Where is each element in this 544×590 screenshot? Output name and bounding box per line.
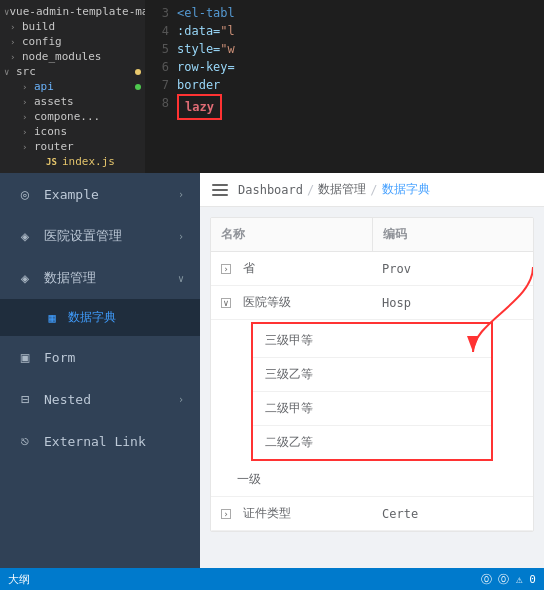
- th-name: 名称: [211, 218, 373, 251]
- tree-root-label: vue-admin-template-master: [9, 5, 145, 18]
- code-value: "l: [220, 24, 234, 38]
- tree-arrow: ∨: [4, 67, 16, 77]
- data-mgmt-icon: ◈: [16, 269, 34, 287]
- breadcrumb-data-mgmt[interactable]: 数据管理: [318, 181, 366, 198]
- tree-label: build: [22, 20, 55, 33]
- table-area: 名称 编码 › 省 Prov: [200, 207, 544, 590]
- menu-toggle-icon[interactable]: [212, 184, 228, 196]
- table-row: ∨ 医院等级 Hosp: [211, 286, 533, 320]
- sidebar-subitem-label: 数据字典: [68, 309, 116, 326]
- tree-item-config[interactable]: › config: [0, 34, 145, 49]
- expand-arrow-icon: ∨: [221, 298, 231, 308]
- tree-label: assets: [34, 95, 74, 108]
- data-table: 名称 编码 › 省 Prov: [210, 217, 534, 532]
- expand-arrow-icon: ›: [221, 509, 231, 519]
- breadcrumb-sep: /: [370, 183, 377, 197]
- code-value: "w: [220, 42, 234, 56]
- code-line: :data="l: [177, 22, 544, 40]
- tree-label: router: [34, 140, 74, 153]
- tree-arrow: ›: [22, 112, 34, 122]
- line-numbers: 3 4 5 6 7 8: [145, 0, 173, 173]
- code-line: border: [177, 76, 544, 94]
- tree-label: index.js: [62, 155, 115, 168]
- tree-label: icons: [34, 125, 67, 138]
- sidebar-item-label: Form: [44, 350, 184, 365]
- th-code: 编码: [373, 218, 534, 251]
- expand-button[interactable]: ›: [221, 509, 236, 519]
- tree-item-node-modules[interactable]: › node_modules: [0, 49, 145, 64]
- code-content: <el-tabl :data="l style="w row-key= bord…: [173, 0, 544, 173]
- sub-row: 二级乙等: [253, 426, 491, 459]
- sub-row: 二级甲等: [253, 392, 491, 426]
- tree-item-router[interactable]: › router: [0, 139, 145, 154]
- code-line: row-key=: [177, 58, 544, 76]
- sidebar-item-label: Nested: [44, 392, 178, 407]
- tree-arrow: ›: [22, 97, 34, 107]
- sidebar-item-label: 数据管理: [44, 269, 178, 287]
- tree-item-api[interactable]: › api: [0, 79, 145, 94]
- sidebar-item-data-dict[interactable]: ▦ 数据字典: [0, 299, 200, 336]
- expand-arrow-icon: ›: [221, 264, 231, 274]
- breadcrumb-dashboard[interactable]: Dashboard: [238, 183, 303, 197]
- td-name: › 证件类型: [211, 497, 372, 530]
- tree-arrow: ›: [10, 52, 22, 62]
- tree-item-build[interactable]: › build: [0, 19, 145, 34]
- td-code: Hosp: [372, 288, 533, 318]
- dot-indicator: [135, 84, 141, 90]
- td-code: Certe: [372, 499, 533, 529]
- chevron-down-icon: ∨: [178, 273, 184, 284]
- menu-line: [212, 184, 228, 186]
- code-line: <el-tabl: [177, 4, 544, 22]
- sidebar-item-nested[interactable]: ⊟ Nested ›: [0, 378, 200, 420]
- breadcrumb-data-dict: 数据字典: [382, 181, 430, 198]
- tree-label: node_modules: [22, 50, 101, 63]
- code-line: lazy: [177, 94, 544, 120]
- external-link-icon: ⎋: [16, 432, 34, 450]
- sidebar-nav: ◎ Example › ◈ 医院设置管理 › ◈ 数据管理 ∨ ▦ 数据字典 ▣…: [0, 173, 200, 590]
- code-attr: :data=: [177, 24, 220, 38]
- table-row: › 证件类型 Certe: [211, 497, 533, 531]
- tree-label: src: [16, 65, 36, 78]
- tree-item-indexjs[interactable]: JS index.js: [0, 154, 145, 169]
- table-header: 名称 编码: [211, 218, 533, 252]
- sidebar-item-form[interactable]: ▣ Form: [0, 336, 200, 378]
- tree-label: config: [22, 35, 62, 48]
- sidebar-item-external-link[interactable]: ⎋ External Link: [0, 420, 200, 462]
- chevron-right-icon: ›: [178, 231, 184, 242]
- expand-button[interactable]: ∨: [221, 298, 236, 308]
- chevron-right-icon: ›: [178, 189, 184, 200]
- sidebar-item-label: External Link: [44, 434, 184, 449]
- sidebar-item-example[interactable]: ◎ Example ›: [0, 173, 200, 215]
- row-name: 证件类型: [243, 506, 291, 520]
- td-code: [372, 472, 533, 488]
- tree-label: api: [34, 80, 54, 93]
- sidebar-item-data-mgmt[interactable]: ◈ 数据管理 ∨: [0, 257, 200, 299]
- code-attr: border: [177, 78, 220, 92]
- chevron-right-icon: ›: [178, 394, 184, 405]
- tree-item-components[interactable]: › compone...: [0, 109, 145, 124]
- tree-item-src[interactable]: ∨ src: [0, 64, 145, 79]
- expand-button[interactable]: ›: [221, 264, 236, 274]
- tree-root[interactable]: ∨ vue-admin-template-master: [0, 4, 145, 19]
- tree-arrow: ›: [22, 142, 34, 152]
- sub-row: 三级甲等: [253, 324, 491, 358]
- breadcrumb-sep: /: [307, 183, 314, 197]
- data-dict-icon: ▦: [44, 310, 60, 326]
- row-name: 医院等级: [243, 295, 291, 309]
- breadcrumb-bar: Dashboard / 数据管理 / 数据字典: [200, 173, 544, 207]
- tree-item-assets[interactable]: › assets: [0, 94, 145, 109]
- example-icon: ◎: [16, 185, 34, 203]
- sidebar-item-hospital[interactable]: ◈ 医院设置管理 ›: [0, 215, 200, 257]
- main-content: Dashboard / 数据管理 / 数据字典 名称 编码 ›: [200, 173, 544, 590]
- table-row: 一级: [211, 463, 533, 497]
- editor-area: ∨ vue-admin-template-master › build › co…: [0, 0, 544, 173]
- td-name: 一级: [211, 463, 372, 496]
- code-attr: style=: [177, 42, 220, 56]
- dot-indicator: [135, 69, 141, 75]
- code-attr: row-key=: [177, 60, 235, 74]
- sub-rows-wrapper: 三级甲等 三级乙等 二级甲等 二级乙等: [211, 322, 533, 461]
- js-icon: JS: [46, 157, 60, 167]
- tree-item-icons[interactable]: › icons: [0, 124, 145, 139]
- tree-arrow: ›: [22, 82, 34, 92]
- td-name: › 省: [211, 252, 372, 285]
